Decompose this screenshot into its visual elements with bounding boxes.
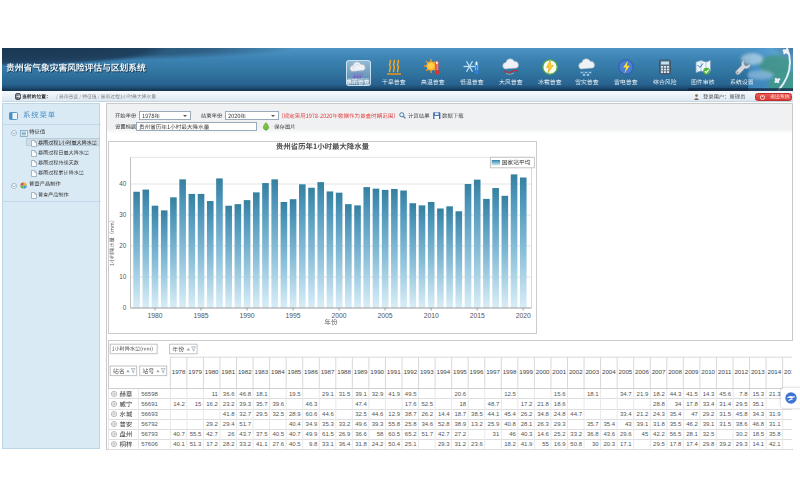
svg-text:50.8: 50.8 [570,441,582,447]
svg-text:28.1: 28.1 [686,431,698,437]
svg-text:1981: 1981 [221,368,235,375]
svg-text:14.2: 14.2 [173,401,185,407]
svg-text:42.2: 42.2 [653,431,665,437]
svg-text:36.6: 36.6 [355,431,367,437]
svg-text:32.5: 32.5 [272,411,284,417]
svg-text:41.9: 41.9 [521,441,533,447]
svg-text:17.1: 17.1 [620,441,632,447]
svg-text:2002: 2002 [569,368,583,375]
svg-text:60.5: 60.5 [388,431,400,437]
svg-text:14.3: 14.3 [703,391,715,397]
svg-text:35.5: 35.5 [670,421,682,427]
svg-text:56693: 56693 [141,411,158,417]
svg-text:33.2: 33.2 [339,421,351,427]
svg-text:1980: 1980 [205,368,219,375]
svg-text:18.2: 18.2 [653,391,665,397]
svg-text:18: 18 [460,401,467,407]
svg-text:31.5: 31.5 [339,391,351,397]
svg-text:35.1: 35.1 [752,401,764,407]
svg-text:28.1: 28.1 [521,421,533,427]
svg-text:43.7: 43.7 [239,431,251,437]
svg-text:52.5: 52.5 [421,401,433,407]
svg-text:51.7: 51.7 [239,421,251,427]
svg-text:44.3: 44.3 [670,391,682,397]
svg-text:42.1: 42.1 [769,441,781,447]
svg-text:33.2: 33.2 [570,431,582,437]
svg-text:31.5: 31.5 [719,421,731,427]
svg-text:14.6: 14.6 [537,431,549,437]
svg-text:2009: 2009 [685,368,699,375]
svg-text:40.5: 40.5 [272,431,284,437]
svg-text:26.2: 26.2 [521,411,533,417]
svg-text:21.9: 21.9 [637,391,649,397]
svg-text:28.9: 28.9 [289,411,301,417]
svg-text:55.5: 55.5 [190,431,202,437]
svg-text:44.7: 44.7 [570,411,582,417]
svg-text:36.6: 36.6 [223,391,235,397]
svg-text:1984: 1984 [271,368,285,375]
svg-text:44.1: 44.1 [488,411,500,417]
svg-text:28.8: 28.8 [653,401,665,407]
svg-text:2000: 2000 [536,368,550,375]
svg-text:1998: 1998 [503,368,517,375]
svg-text:55: 55 [542,441,549,447]
svg-text:7.8: 7.8 [739,391,748,397]
svg-text:2003: 2003 [585,368,599,375]
svg-text:31: 31 [493,431,500,437]
svg-text:18.1: 18.1 [256,391,268,397]
svg-text:29.3: 29.3 [554,421,566,427]
svg-text:26.9: 26.9 [339,431,351,437]
svg-text:29.4: 29.4 [223,421,235,427]
svg-text:1991: 1991 [387,368,401,375]
svg-text:49.6: 49.6 [355,421,367,427]
svg-text:40.3: 40.3 [521,431,533,437]
svg-text:56598: 56598 [141,391,158,397]
svg-text:42.7: 42.7 [438,431,450,437]
svg-text:1983: 1983 [254,368,268,375]
svg-text:1993: 1993 [420,368,434,375]
svg-text:52.8: 52.8 [438,421,450,427]
svg-text:18.6: 18.6 [554,401,566,407]
svg-text:32.9: 32.9 [372,391,384,397]
svg-text:31.8: 31.8 [355,441,367,447]
svg-text:31.1: 31.1 [769,421,781,427]
svg-text:18.2: 18.2 [504,441,516,447]
svg-text:0: 0 [123,304,127,311]
svg-text:2015: 2015 [470,312,485,319]
svg-text:26.3: 26.3 [537,421,549,427]
svg-text:43.6: 43.6 [603,431,615,437]
svg-text:17.8: 17.8 [686,401,698,407]
svg-text:41.8: 41.8 [223,411,235,417]
svg-text:24.2: 24.2 [372,441,384,447]
svg-text:29.3: 29.3 [736,441,748,447]
svg-text:25.9: 25.9 [488,421,500,427]
svg-text:17.4: 17.4 [686,441,698,447]
svg-text:46.8: 46.8 [239,391,251,397]
svg-text:25.8: 25.8 [405,421,417,427]
svg-text:38.9: 38.9 [455,421,467,427]
svg-text:55.8: 55.8 [388,421,400,427]
svg-text:14.4: 14.4 [438,411,450,417]
svg-text:2012: 2012 [734,368,748,375]
svg-text:1985: 1985 [288,368,302,375]
svg-text:56793: 56793 [141,431,158,437]
svg-text:39.1: 39.1 [355,391,367,397]
svg-text:33.4: 33.4 [703,401,715,407]
svg-text:35.7: 35.7 [256,401,268,407]
svg-text:44.6: 44.6 [372,411,384,417]
svg-text:2008: 2008 [668,368,682,375]
svg-text:33.2: 33.2 [239,441,251,447]
svg-text:20.6: 20.6 [455,391,467,397]
svg-text:25.1: 25.1 [405,441,417,447]
svg-text:26: 26 [228,431,235,437]
svg-text:24.8: 24.8 [554,411,566,417]
svg-text:2014: 2014 [767,368,781,375]
svg-text:21.8: 21.8 [537,401,549,407]
svg-text:40.5: 40.5 [289,441,301,447]
svg-text:33.4: 33.4 [620,411,632,417]
svg-text:1979: 1979 [188,368,202,375]
svg-text:51.7: 51.7 [421,431,433,437]
svg-text:41.9: 41.9 [388,391,400,397]
svg-text:1980: 1980 [147,312,162,319]
svg-text:31.8: 31.8 [653,421,665,427]
